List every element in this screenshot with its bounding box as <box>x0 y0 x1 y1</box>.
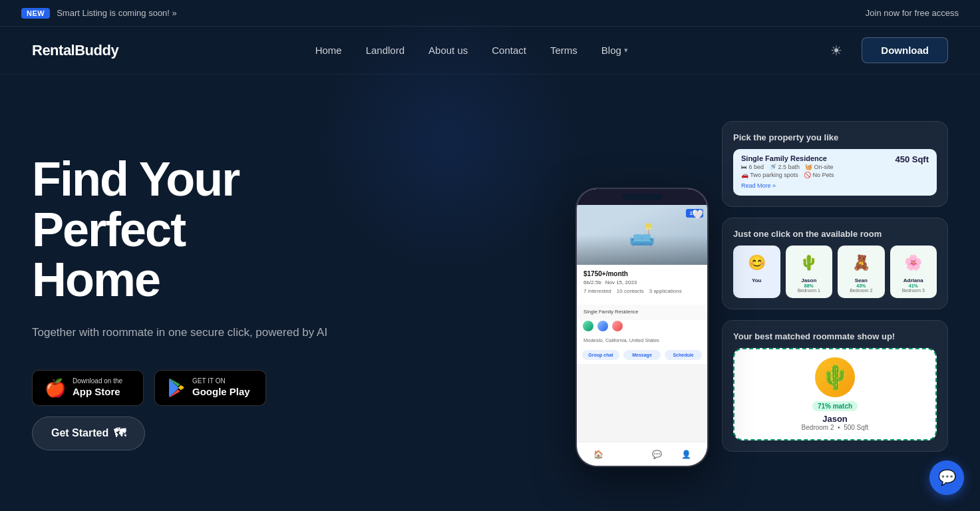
hero-left: Find Your Perfect Home Together with roo… <box>32 128 378 450</box>
phone-card-details: Single Family Residence <box>577 305 707 320</box>
listing-mini: Single Family Residence 🛏 6 bed 🚿 2.5 ba… <box>733 149 937 196</box>
chevron-down-icon: ▾ <box>624 46 628 55</box>
appstore-label-small: Download on the <box>73 377 122 385</box>
sun-icon: ☀ <box>830 43 842 59</box>
phone-location: Modesto, California, United States <box>577 335 707 346</box>
nav-about[interactable]: About us <box>428 45 468 56</box>
hero-section: Find Your Perfect Home Together with roo… <box>0 75 980 511</box>
logo[interactable]: RentalBuddy <box>32 42 118 59</box>
phone-card-body: $1750+/month 6b/2.5b Nov 15, 2023 7 inte… <box>577 265 707 305</box>
action-buttons-row: Group chat Message Schedule <box>577 346 707 364</box>
jason-pct: 88% <box>790 283 829 288</box>
nav-landlord[interactable]: Landlord <box>366 45 405 56</box>
nav-home[interactable]: Home <box>315 45 342 56</box>
phone-meta: 6b/2.5b Nov 15, 2023 <box>583 279 701 285</box>
mini-avatar-3 <box>611 320 623 332</box>
phone-interested: 7 interested <box>583 288 611 294</box>
mini-avatar-2 <box>597 320 609 332</box>
banner-right: Join now for free access <box>866 8 959 18</box>
get-started-label: Get Started <box>51 427 108 439</box>
avatar-row <box>577 320 707 335</box>
adriana-avatar: 🌸 <box>901 251 925 275</box>
heart-icon: 🤍 <box>692 209 703 220</box>
action-schedule[interactable]: Schedule <box>665 350 702 360</box>
best-match-card: 🌵 71% match Jason Bedroom 2 • 500 Sqft <box>733 348 937 440</box>
spec-laundry: 🧺 On-site <box>805 164 834 170</box>
sean-pct: 43% <box>842 283 881 288</box>
phone-price: $1750+/month <box>583 270 701 277</box>
download-button[interactable]: Download <box>862 37 948 63</box>
banner-left: NEW Smart Listing is coming soon! » <box>21 8 177 19</box>
spec-bed: 🛏 6 bed <box>741 164 764 170</box>
phone-date: Nov 15, 2023 <box>605 279 637 285</box>
hero-title-line2: Home <box>32 253 160 306</box>
googleplay-label-small: GET IT ON <box>192 377 250 385</box>
theme-toggle-button[interactable]: ☀ <box>824 39 848 63</box>
google-play-icon <box>167 379 186 397</box>
jason-avatar: 🌵 <box>797 251 821 275</box>
feature-panel: Pick the property you like Single Family… <box>722 121 948 452</box>
jason-name: Jason <box>790 277 829 283</box>
sean-avatar: 🧸 <box>849 251 873 275</box>
listing-specs: 🛏 6 bed 🚿 2.5 bath 🧺 On-site <box>741 164 895 170</box>
you-name: You <box>737 277 776 283</box>
nav-blog[interactable]: Blog ▾ <box>601 45 628 56</box>
nav-terms[interactable]: Terms <box>550 45 577 56</box>
hero-subtitle: Together with roommate in one secure cli… <box>32 324 378 341</box>
best-match-card-container: Your best matched roommate show up! 🌵 71… <box>722 320 948 452</box>
phone-nav-heart[interactable]: ♡ <box>621 448 634 461</box>
google-play-button[interactable]: GET IT ON Google Play <box>154 370 266 406</box>
hero-title-line1: Find Your Perfect <box>32 152 239 256</box>
jason-match-card: 🌵 Jason 88% Bedroom 1 <box>786 246 833 298</box>
listing-type: Single Family Residence <box>741 154 895 162</box>
chat-fab[interactable]: 💬 <box>929 460 964 495</box>
step2-label: Just one click on the available room <box>733 229 937 239</box>
mini-avatar-1 <box>582 320 594 332</box>
best-match-pct: 71% match <box>812 401 858 411</box>
chat-icon: 💬 <box>938 469 956 486</box>
phone-specs: 6b/2.5b <box>583 279 601 285</box>
get-started-button[interactable]: Get Started 🗺 <box>32 417 145 450</box>
read-more-link[interactable]: Read More » <box>741 182 776 189</box>
phone-nav-home[interactable]: 🏠 <box>591 448 605 461</box>
new-badge: NEW <box>21 8 50 19</box>
listing-size: 450 Sqft <box>895 154 929 164</box>
adriana-room: Bedroom 3 <box>894 288 933 293</box>
phone-notch <box>622 194 662 200</box>
jason-room: Bedroom 1 <box>790 288 829 293</box>
appstore-label-main: App Store <box>73 385 122 399</box>
spec-bath: 🚿 2.5 bath <box>769 164 800 170</box>
phone-screen: 1YR 🤍 $1750+/month 6b/2.5b Nov 15, 2023 … <box>577 189 707 466</box>
adriana-pct: 41% <box>894 283 933 288</box>
step2-card: Just one click on the available room 😊 Y… <box>722 218 948 309</box>
banner-text: Smart Listing is coming soon! » <box>57 8 177 18</box>
phone-type: Single Family Residence <box>583 309 639 315</box>
action-group-chat[interactable]: Group chat <box>582 350 619 360</box>
adriana-name: Adriana <box>894 277 933 283</box>
action-message[interactable]: Message <box>623 350 661 360</box>
apple-icon: 🍎 <box>45 379 66 397</box>
phone-property-image: 1YR 🤍 <box>577 205 707 265</box>
nav-links: Home Landlord About us Contact Terms Blo… <box>315 45 628 57</box>
navbar: RentalBuddy Home Landlord About us Conta… <box>0 27 980 75</box>
phone-mockup: 1YR 🤍 $1750+/month 6b/2.5b Nov 15, 2023 … <box>575 188 709 467</box>
sean-room: Bedroom 2 <box>842 288 881 293</box>
you-avatar: 😊 <box>744 251 768 275</box>
nav-contact[interactable]: Contact <box>492 45 526 56</box>
listing-specs2: 🚗 Two parking spots 🚫 No Pets <box>741 172 895 178</box>
app-store-button[interactable]: 🍎 Download on the App Store <box>32 370 144 406</box>
best-match-avatar: 🌵 <box>815 357 855 397</box>
map-icon: 🗺 <box>114 426 126 440</box>
phone-nav-profile[interactable]: 👤 <box>679 448 693 461</box>
googleplay-label-main: Google Play <box>192 385 250 399</box>
phone-contacts: 10 contacts <box>617 288 644 294</box>
top-banner: NEW Smart Listing is coming soon! » Join… <box>0 0 980 27</box>
adriana-match-card: 🌸 Adriana 41% Bedroom 3 <box>890 246 937 298</box>
match-grid: 😊 You 🌵 Jason 88% Bedroom 1 🧸 Sean <box>733 246 937 298</box>
nav-right: ☀ Download <box>824 37 948 63</box>
step1-card: Pick the property you like Single Family… <box>722 121 948 207</box>
phone-bottom-nav: 🏠 ♡ 💬 👤 <box>577 442 707 466</box>
hero-ctas: 🍎 Download on the App Store GET IT ON Go… <box>32 370 378 450</box>
phone-nav-chat[interactable]: 💬 <box>650 448 663 461</box>
join-text: Join now for free access <box>866 8 959 18</box>
